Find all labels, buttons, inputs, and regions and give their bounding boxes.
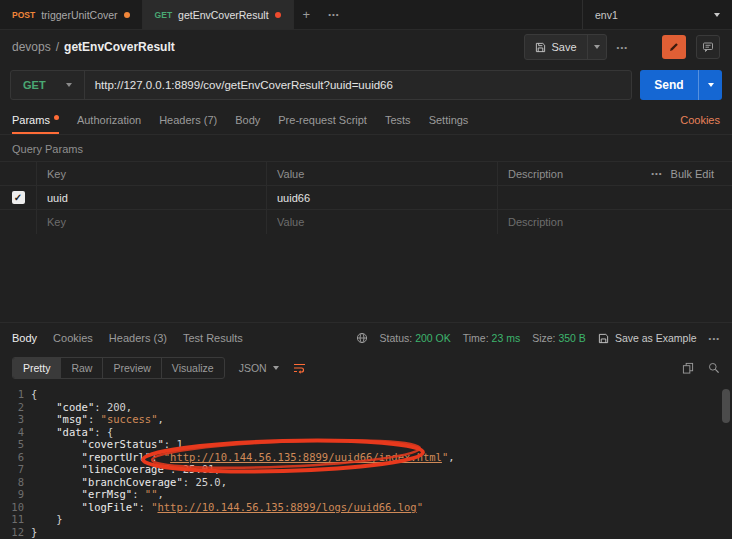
search-icon[interactable] — [708, 362, 720, 374]
new-tab-button[interactable]: + — [294, 0, 320, 29]
new-param-description-input[interactable] — [508, 216, 722, 228]
empty-area — [0, 234, 732, 322]
cookies-link[interactable]: Cookies — [680, 114, 720, 126]
column-header-label: Description — [508, 168, 563, 180]
tab-tests[interactable]: Tests — [385, 106, 411, 134]
save-as-example-button[interactable]: Save as Example — [598, 332, 697, 344]
more-icon: ••• — [651, 169, 662, 178]
column-header-description: Description ••• Bulk Edit — [497, 162, 732, 185]
format-dropdown[interactable]: JSON — [235, 362, 283, 374]
param-enabled-cell — [0, 210, 36, 234]
save-button[interactable]: Save — [524, 34, 607, 60]
tab-authorization[interactable]: Authorization — [77, 106, 141, 134]
wrap-text-icon[interactable] — [293, 362, 306, 374]
more-icon: ••• — [328, 10, 339, 19]
view-mode-switch: Pretty Raw Preview Visualize — [12, 357, 225, 379]
size-label: Size: — [532, 332, 555, 344]
save-icon — [535, 42, 546, 53]
tab-title: getEnvCoverResult — [178, 9, 268, 21]
tab-options-button[interactable]: ••• — [319, 0, 348, 29]
send-button[interactable]: Send — [640, 70, 722, 100]
bulk-edit-label: Bulk Edit — [671, 168, 714, 180]
response-tab-body[interactable]: Body — [12, 332, 37, 344]
method-dropdown[interactable]: GET — [11, 71, 85, 99]
param-value-cell — [266, 210, 497, 234]
save-options-button[interactable] — [587, 35, 606, 59]
query-params-title: Query Params — [0, 135, 732, 161]
view-visualize[interactable]: Visualize — [161, 358, 224, 378]
response-more-button[interactable]: ••• — [709, 334, 720, 343]
code-content[interactable]: { "code": 200, "msg": "success", "data":… — [24, 388, 455, 539]
response-view-row: Pretty Raw Preview Visualize JSON — [0, 353, 732, 383]
tab-prerequest-script[interactable]: Pre-request Script — [278, 106, 367, 134]
response-tab-headers[interactable]: Headers (3) — [109, 332, 167, 344]
tab-label: Settings — [429, 114, 469, 126]
new-param-value-input[interactable] — [277, 216, 487, 228]
chevron-down-icon — [714, 13, 720, 17]
size-badge: Size: 350 B — [532, 332, 586, 344]
param-value-cell — [266, 186, 497, 209]
check-icon: ✓ — [14, 192, 22, 203]
tab-getEnvCoverResult[interactable]: GET getEnvCoverResult — [143, 0, 294, 29]
send-options-button[interactable] — [698, 70, 722, 100]
pencil-icon — [668, 41, 680, 53]
response-tab-cookies[interactable]: Cookies — [53, 332, 93, 344]
response-tab-test-results[interactable]: Test Results — [183, 332, 243, 344]
param-value-input[interactable] — [277, 192, 487, 204]
edit-documentation-button[interactable] — [662, 35, 686, 59]
param-enabled-cell: ✓ — [0, 186, 36, 209]
copy-icon[interactable] — [682, 362, 694, 374]
tab-label: Params — [12, 114, 50, 126]
response-body-viewer: 123456789101112 { "code": 200, "msg": "s… — [0, 383, 732, 539]
new-param-key-input[interactable] — [47, 216, 256, 228]
unsaved-dot-icon — [124, 12, 130, 18]
tab-label: Authorization — [77, 114, 141, 126]
line-number-gutter: 123456789101112 — [0, 388, 24, 539]
url-input[interactable]: http://127.0.0.1:8899/cov/getEnvCoverRes… — [85, 79, 403, 91]
param-key-input[interactable] — [47, 192, 256, 204]
param-checkbox[interactable]: ✓ — [12, 191, 25, 204]
environment-selector[interactable]: env1 — [582, 0, 732, 29]
param-row-uuid: ✓ — [0, 186, 732, 210]
select-all-cell — [0, 162, 36, 185]
collection-name[interactable]: devops — [12, 40, 51, 54]
unsaved-dot-icon — [275, 12, 281, 18]
time-label: Time: — [463, 332, 489, 344]
tab-settings[interactable]: Settings — [429, 106, 469, 134]
tab-body[interactable]: Body — [235, 106, 260, 134]
request-more-button[interactable]: ••• — [617, 43, 628, 52]
view-raw[interactable]: Raw — [60, 358, 102, 378]
more-icon: ••• — [709, 334, 720, 343]
column-header-value: Value — [266, 162, 497, 185]
response-body-tools — [682, 362, 720, 374]
request-actions: Save ••• — [524, 34, 720, 60]
response-meta: Status: 200 OK Time: 23 ms Size: 350 B S… — [356, 332, 720, 344]
tab-headers[interactable]: Headers (7) — [159, 106, 217, 134]
view-pretty[interactable]: Pretty — [13, 358, 60, 378]
tab-label: Pre-request Script — [278, 114, 367, 126]
time-value: 23 ms — [492, 332, 521, 344]
plus-icon: + — [303, 7, 311, 22]
param-description-cell — [497, 186, 732, 209]
bulk-edit-button[interactable]: ••• Bulk Edit — [651, 168, 722, 180]
method-badge-post: POST — [12, 10, 35, 20]
request-header-row: devops / getEnvCoverResult Save ••• — [0, 30, 732, 64]
method-value: GET — [23, 79, 46, 91]
time-badge: Time: 23 ms — [463, 332, 520, 344]
tab-params[interactable]: Params — [12, 106, 59, 134]
comments-button[interactable] — [696, 35, 720, 59]
breadcrumb: devops / getEnvCoverResult — [12, 40, 175, 54]
column-header-key: Key — [36, 162, 266, 185]
response-scrollbar-thumb[interactable] — [722, 389, 730, 423]
url-builder-row: GET http://127.0.0.1:8899/cov/getEnvCove… — [0, 64, 732, 106]
save-icon — [598, 333, 609, 344]
view-preview[interactable]: Preview — [102, 358, 160, 378]
table-header-row: Key Value Description ••• Bulk Edit — [0, 162, 732, 186]
chevron-down-icon — [66, 83, 72, 87]
tab-triggerUnitCover[interactable]: POST triggerUnitCover — [0, 0, 143, 29]
param-description-input[interactable] — [508, 192, 722, 204]
status-value: 200 OK — [415, 332, 451, 344]
param-key-cell — [36, 210, 266, 234]
breadcrumb-separator: / — [56, 40, 59, 54]
request-name: getEnvCoverResult — [64, 40, 175, 54]
